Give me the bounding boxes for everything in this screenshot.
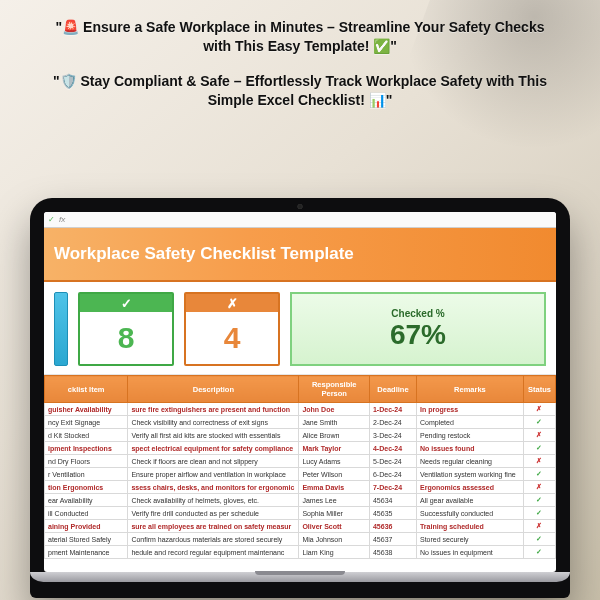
table-cell[interactable]: hedule and record regular equipment main… bbox=[128, 546, 299, 559]
table-cell[interactable]: Oliver Scott bbox=[299, 520, 370, 533]
table-cell[interactable]: In progress bbox=[416, 403, 523, 416]
table-cell[interactable]: sure fire extinguishers are present and … bbox=[128, 403, 299, 416]
table-cell[interactable]: 2-Dec-24 bbox=[369, 416, 416, 429]
status-cell[interactable]: ✓ bbox=[523, 507, 555, 520]
table-cell[interactable]: ill Conducted bbox=[45, 507, 128, 520]
table-row[interactable]: aining Providedsure all employees are tr… bbox=[45, 520, 556, 533]
table-cell[interactable]: guisher Availability bbox=[45, 403, 128, 416]
status-cell[interactable]: ✗ bbox=[523, 455, 555, 468]
col-status[interactable]: Status bbox=[523, 376, 555, 403]
table-cell[interactable]: tion Ergonomics bbox=[45, 481, 128, 494]
col-description[interactable]: Description bbox=[128, 376, 299, 403]
col-item[interactable]: cklist Item bbox=[45, 376, 128, 403]
dashboard-row: ✓ 8 ✗ 4 Checked % 67% bbox=[44, 282, 556, 375]
table-cell[interactable]: d Kit Stocked bbox=[45, 429, 128, 442]
table-cell[interactable]: ssess chairs, desks, and monitors for er… bbox=[128, 481, 299, 494]
table-cell[interactable]: ear Availability bbox=[45, 494, 128, 507]
table-cell[interactable]: aining Provided bbox=[45, 520, 128, 533]
col-deadline[interactable]: Deadline bbox=[369, 376, 416, 403]
table-cell[interactable]: 45634 bbox=[369, 494, 416, 507]
table-cell[interactable]: aterial Stored Safely bbox=[45, 533, 128, 546]
ok-count-card: ✓ 8 bbox=[78, 292, 174, 366]
table-cell[interactable]: James Lee bbox=[299, 494, 370, 507]
table-cell[interactable]: Check availability of helmets, gloves, e… bbox=[128, 494, 299, 507]
table-cell[interactable]: Needs regular cleaning bbox=[416, 455, 523, 468]
table-cell[interactable]: Check visibility and correctness of exit… bbox=[128, 416, 299, 429]
status-cell[interactable]: ✗ bbox=[523, 429, 555, 442]
table-cell[interactable]: 3-Dec-24 bbox=[369, 429, 416, 442]
table-cell[interactable]: Stored securely bbox=[416, 533, 523, 546]
table-row[interactable]: r VentilationEnsure proper airflow and v… bbox=[45, 468, 556, 481]
table-cell[interactable]: Training scheduled bbox=[416, 520, 523, 533]
table-cell[interactable]: Emma Davis bbox=[299, 481, 370, 494]
table-cell[interactable]: No issues found bbox=[416, 442, 523, 455]
table-cell[interactable]: 45635 bbox=[369, 507, 416, 520]
headline-2: "🛡️ Stay Compliant & Safe – Effortlessly… bbox=[40, 72, 560, 110]
col-remarks[interactable]: Remarks bbox=[416, 376, 523, 403]
table-cell[interactable]: 1-Dec-24 bbox=[369, 403, 416, 416]
table-cell[interactable]: 7-Dec-24 bbox=[369, 481, 416, 494]
status-cell[interactable]: ✓ bbox=[523, 533, 555, 546]
table-cell[interactable]: ipment Inspections bbox=[45, 442, 128, 455]
table-row[interactable]: ear AvailabilityCheck availability of he… bbox=[45, 494, 556, 507]
sheet-title: Workplace Safety Checklist Template bbox=[54, 244, 354, 264]
camera-dot bbox=[298, 204, 303, 209]
table-cell[interactable]: 5-Dec-24 bbox=[369, 455, 416, 468]
table-cell[interactable]: Pending restock bbox=[416, 429, 523, 442]
table-cell[interactable]: nd Dry Floors bbox=[45, 455, 128, 468]
table-cell[interactable]: r Ventilation bbox=[45, 468, 128, 481]
table-cell[interactable]: Liam King bbox=[299, 546, 370, 559]
table-cell[interactable]: Jane Smith bbox=[299, 416, 370, 429]
formula-accept-icon[interactable]: ✓ bbox=[48, 215, 55, 224]
status-cell[interactable]: ✗ bbox=[523, 481, 555, 494]
status-cell[interactable]: ✗ bbox=[523, 403, 555, 416]
table-row[interactable]: d Kit StockedVerify all first aid kits a… bbox=[45, 429, 556, 442]
table-cell[interactable]: 45637 bbox=[369, 533, 416, 546]
table-cell[interactable]: ncy Exit Signage bbox=[45, 416, 128, 429]
status-cell[interactable]: ✓ bbox=[523, 494, 555, 507]
table-cell[interactable]: 4-Dec-24 bbox=[369, 442, 416, 455]
table-cell[interactable]: 6-Dec-24 bbox=[369, 468, 416, 481]
ok-count-value: 8 bbox=[118, 312, 135, 364]
table-cell[interactable]: John Doe bbox=[299, 403, 370, 416]
status-cell[interactable]: ✓ bbox=[523, 546, 555, 559]
table-cell[interactable]: Successfully conducted bbox=[416, 507, 523, 520]
table-cell[interactable]: 45636 bbox=[369, 520, 416, 533]
formula-bar[interactable]: ✓ fx bbox=[44, 212, 556, 228]
table-cell[interactable]: Confirm hazardous materials are stored s… bbox=[128, 533, 299, 546]
status-cell[interactable]: ✓ bbox=[523, 468, 555, 481]
table-cell[interactable]: Alice Brown bbox=[299, 429, 370, 442]
table-cell[interactable]: No issues in equipment bbox=[416, 546, 523, 559]
status-cell[interactable]: ✓ bbox=[523, 442, 555, 455]
status-cell[interactable]: ✗ bbox=[523, 520, 555, 533]
table-cell[interactable]: Verify fire drill conducted as per sched… bbox=[128, 507, 299, 520]
percent-value: 67% bbox=[390, 319, 446, 351]
table-cell[interactable]: Completed bbox=[416, 416, 523, 429]
table-row[interactable]: ill ConductedVerify fire drill conducted… bbox=[45, 507, 556, 520]
table-row[interactable]: nd Dry FloorsCheck if floors are clean a… bbox=[45, 455, 556, 468]
table-cell[interactable]: Ensure proper airflow and ventilation in… bbox=[128, 468, 299, 481]
check-icon: ✓ bbox=[121, 296, 132, 311]
table-cell[interactable]: 45638 bbox=[369, 546, 416, 559]
table-cell[interactable]: sure all employees are trained on safety… bbox=[128, 520, 299, 533]
table-row[interactable]: aterial Stored SafelyConfirm hazardous m… bbox=[45, 533, 556, 546]
table-row[interactable]: ipment Inspectionsspect electrical equip… bbox=[45, 442, 556, 455]
status-cell[interactable]: ✓ bbox=[523, 416, 555, 429]
table-row[interactable]: guisher Availabilitysure fire extinguish… bbox=[45, 403, 556, 416]
table-cell[interactable]: Mark Taylor bbox=[299, 442, 370, 455]
table-cell[interactable]: Ergonomics assessed bbox=[416, 481, 523, 494]
table-cell[interactable]: Ventilation system working fine bbox=[416, 468, 523, 481]
table-cell[interactable]: pment Maintenance bbox=[45, 546, 128, 559]
table-row[interactable]: pment Maintenancehedule and record regul… bbox=[45, 546, 556, 559]
table-cell[interactable]: Check if floors are clean and not slippe… bbox=[128, 455, 299, 468]
table-cell[interactable]: Lucy Adams bbox=[299, 455, 370, 468]
table-cell[interactable]: Verify all first aid kits are stocked wi… bbox=[128, 429, 299, 442]
table-cell[interactable]: Peter Wilson bbox=[299, 468, 370, 481]
table-cell[interactable]: All gear available bbox=[416, 494, 523, 507]
table-cell[interactable]: spect electrical equipment for safety co… bbox=[128, 442, 299, 455]
table-row[interactable]: tion Ergonomicsssess chairs, desks, and … bbox=[45, 481, 556, 494]
table-row[interactable]: ncy Exit SignageCheck visibility and cor… bbox=[45, 416, 556, 429]
col-person[interactable]: Responsible Person bbox=[299, 376, 370, 403]
table-cell[interactable]: Sophia Miller bbox=[299, 507, 370, 520]
table-cell[interactable]: Mia Johnson bbox=[299, 533, 370, 546]
